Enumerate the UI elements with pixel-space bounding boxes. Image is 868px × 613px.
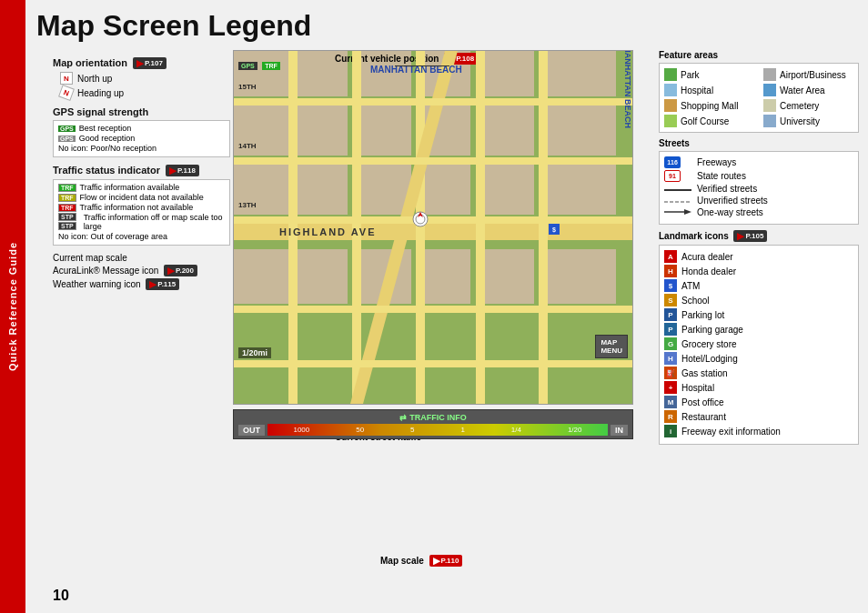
map-block-18 xyxy=(543,165,616,215)
honda-icon: H xyxy=(664,265,677,277)
water-swatch xyxy=(763,84,776,96)
trf-row-3: TRF Traffic information not available xyxy=(58,203,225,212)
north-up-item: N North up xyxy=(60,72,230,85)
feature-water: Water Area xyxy=(763,84,853,96)
page-title: Map Screen Legend xyxy=(36,9,857,43)
lm-restaurant: R Restaurant xyxy=(664,410,853,423)
feature-golf: Golf Course xyxy=(664,115,754,127)
lm-honda: H Honda dealer xyxy=(664,265,853,277)
atm-icon: $ xyxy=(664,279,677,292)
grocery-icon: G xyxy=(664,337,677,350)
weather-ref[interactable]: ▶P.115 xyxy=(146,278,179,290)
hroad-5 xyxy=(234,360,632,367)
map-block-23 xyxy=(479,249,534,304)
traffic-status-box: TRF Traffic information available TRF Fl… xyxy=(53,179,230,246)
gps-good-badge: GPS xyxy=(58,136,76,142)
map-area: 15TH 14TH 13TH MANHATTAN BEACH MANHATTAN… xyxy=(233,50,633,405)
map-orientation-ref[interactable]: ▶P.107 xyxy=(133,57,167,69)
map-block-5 xyxy=(479,51,534,96)
gps-best-row: GPS Best reception xyxy=(58,124,225,133)
feature-areas-title: Feature areas xyxy=(659,50,859,60)
lm-post-office: M Post office xyxy=(664,396,853,408)
streets-title: Streets xyxy=(659,138,859,148)
streets-box: 116 Freeways 91 State routes Verified st… xyxy=(659,151,859,225)
left-panel: Map orientation ▶P.107 N North up N Head… xyxy=(53,50,230,290)
map-atm-icon: $ xyxy=(549,224,560,235)
svg-marker-6 xyxy=(684,209,691,215)
hotel-icon: H xyxy=(664,352,677,365)
parking-garage-icon: P xyxy=(664,323,677,336)
map-scale-indicator: 1/20mi xyxy=(238,347,271,358)
traffic-status-ref[interactable]: ▶P.118 xyxy=(166,165,199,176)
lm-gas: ⛽ Gas station xyxy=(664,367,853,379)
feature-park: Park xyxy=(664,68,754,81)
map-scale-ref-link[interactable]: ▶P.110 xyxy=(429,555,463,567)
map-menu-button[interactable]: MAPMENU xyxy=(595,335,628,358)
lm-freeway-exit: i Freeway exit information xyxy=(664,425,853,437)
feature-shopping: Shopping Mall xyxy=(664,99,754,112)
landmark-icons-ref[interactable]: ▶P.105 xyxy=(733,230,767,242)
map-city-label-2: MANHATTAN BEACH xyxy=(623,50,632,128)
traffic-info-bar: ⇄ TRAFFIC INFO OUT 100050511/41/20 IN xyxy=(233,409,633,439)
verified-line xyxy=(664,184,691,194)
map-block-6 xyxy=(543,51,616,96)
landmark-icons-box: A Acura dealer H Honda dealer $ ATM S Sc… xyxy=(659,245,859,445)
airport-swatch xyxy=(763,68,776,81)
traffic-info-label: ⇄ TRAFFIC INFO xyxy=(238,413,628,422)
street-13th: 13TH xyxy=(238,201,257,209)
feature-areas-box: Park Airport/Business Hospital Water Are… xyxy=(659,63,859,133)
trf-row-4: STP STP Traffic information off or map s… xyxy=(58,213,225,231)
gps-signal-title: GPS signal strength xyxy=(53,106,230,117)
map-block-24 xyxy=(543,249,616,304)
map-block-20 xyxy=(298,249,348,304)
street-unverified: Unverified streets xyxy=(664,196,853,206)
heading-up-item: N Heading up xyxy=(60,86,230,99)
heading-up-compass: N xyxy=(58,85,75,101)
trf-badge-2: TRF xyxy=(58,194,80,202)
hospital-icon: + xyxy=(664,381,677,394)
parking-lot-icon: P xyxy=(664,308,677,321)
map-block-12 xyxy=(543,106,616,156)
trf-row-5: No icon: Out of coverage area xyxy=(58,232,225,241)
hroad-2 xyxy=(234,157,632,165)
right-panel: Feature areas Park Airport/Business Hosp… xyxy=(659,50,859,445)
freeway-exit-icon: i xyxy=(664,425,677,437)
gps-best-badge: GPS xyxy=(58,126,76,132)
scale-in-btn[interactable]: IN xyxy=(611,425,628,436)
lm-parking-lot: P Parking lot xyxy=(664,308,853,321)
lm-hospital: + Hospital xyxy=(664,381,853,394)
lm-school: S School xyxy=(664,294,853,306)
hroad-1 xyxy=(234,98,632,106)
acuralink-ref[interactable]: ▶P.200 xyxy=(164,265,197,276)
weather-label: Weather warning icon ▶P.115 xyxy=(53,278,230,290)
traffic-status-title: Traffic status indicator ▶P.118 xyxy=(53,165,230,176)
oneway-line xyxy=(664,207,691,217)
acuralink-label: AcuraLink® Message icon ▶P.200 xyxy=(53,265,230,276)
hospital-swatch xyxy=(664,84,677,96)
scale-values: 100050511/41/20 xyxy=(267,424,608,436)
feature-cemetery: Cemetery xyxy=(763,99,853,112)
scale-out-btn[interactable]: OUT xyxy=(238,425,265,436)
gps-signal-box: GPS Best reception GPS Good reception No… xyxy=(53,120,230,157)
map-block-22 xyxy=(420,249,470,304)
school-icon: S xyxy=(664,294,677,306)
map-block-16 xyxy=(420,165,470,215)
vehicle-icon xyxy=(411,210,429,228)
state-line: 91 xyxy=(664,170,691,182)
gps-poor-row: No icon: Poor/No reception xyxy=(58,144,225,153)
gas-icon: ⛽ xyxy=(664,367,677,379)
map-background: 15TH 14TH 13TH MANHATTAN BEACH MANHATTAN… xyxy=(234,51,632,404)
golf-swatch xyxy=(664,115,677,127)
gps-trf-indicator: GPS TRF xyxy=(238,55,280,72)
post-office-icon: M xyxy=(664,396,677,408)
map-block-19 xyxy=(234,249,288,304)
hroad-3 xyxy=(234,216,632,224)
street-state: 91 State routes xyxy=(664,170,853,182)
page-number: 10 xyxy=(53,588,69,604)
north-up-compass: N xyxy=(60,72,73,85)
lm-acura: A Acura dealer xyxy=(664,250,853,263)
lm-hotel: H Hotel/Lodging xyxy=(664,352,853,365)
main-content: Map Screen Legend Map orientation ▶P.107… xyxy=(25,0,868,613)
trf-badge-4: STP STP xyxy=(58,213,80,230)
lm-grocery: G Grocery store xyxy=(664,337,853,350)
